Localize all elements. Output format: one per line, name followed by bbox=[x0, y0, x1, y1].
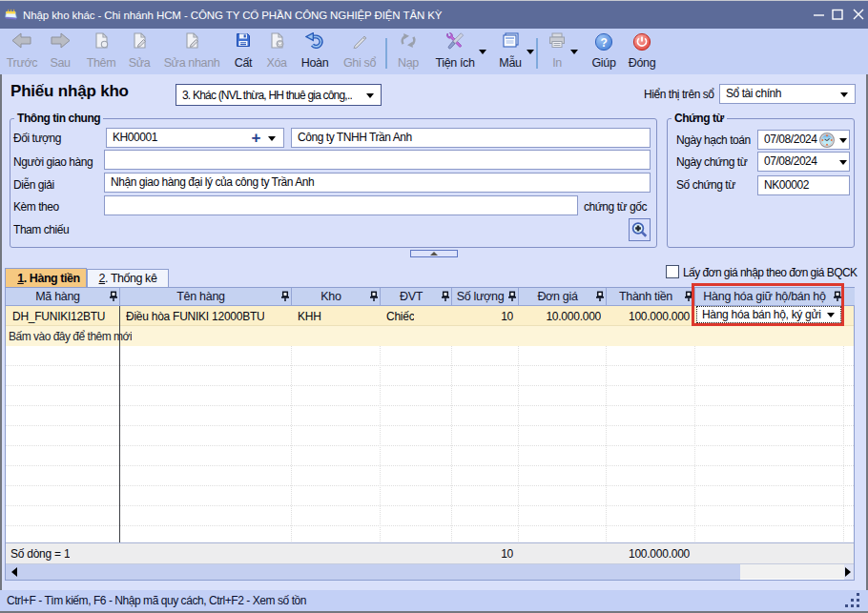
svg-text:?: ? bbox=[601, 36, 608, 50]
